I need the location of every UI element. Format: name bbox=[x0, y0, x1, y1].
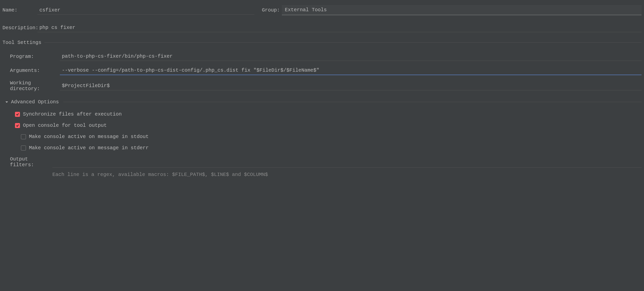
advanced-options-toggle[interactable]: Advanced Options bbox=[2, 99, 642, 105]
name-label: Name: bbox=[2, 7, 38, 13]
advanced-options-title: Advanced Options bbox=[11, 99, 59, 105]
output-filters-label: Output filters: bbox=[10, 156, 52, 168]
section-divider bbox=[63, 102, 642, 102]
open-console-label: Open console for tool output bbox=[23, 123, 107, 128]
name-input[interactable] bbox=[38, 6, 254, 15]
arguments-label: Arguments: bbox=[10, 68, 60, 73]
description-input[interactable] bbox=[38, 23, 642, 32]
program-label: Program: bbox=[10, 54, 60, 59]
tool-settings-section: Tool Settings bbox=[2, 40, 642, 46]
working-directory-label: Working directory: bbox=[10, 80, 60, 92]
description-label: Description: bbox=[2, 25, 38, 31]
stderr-active-checkbox[interactable] bbox=[21, 146, 26, 150]
program-input[interactable] bbox=[60, 52, 642, 61]
tool-settings-title: Tool Settings bbox=[2, 40, 42, 46]
stderr-active-label: Make console active on message in stderr bbox=[29, 145, 149, 151]
section-divider bbox=[44, 43, 642, 43]
chevron-down-icon bbox=[5, 100, 8, 104]
group-input[interactable] bbox=[282, 5, 642, 15]
stdout-active-label: Make console active on message in stdout bbox=[29, 134, 149, 140]
open-console-checkbox[interactable] bbox=[15, 123, 20, 128]
stdout-active-checkbox[interactable] bbox=[21, 134, 26, 139]
group-label: Group: bbox=[262, 7, 282, 13]
sync-files-label: Synchronize files after execution bbox=[23, 111, 122, 117]
arguments-input[interactable] bbox=[60, 66, 642, 75]
check-icon bbox=[16, 113, 19, 116]
sync-files-checkbox[interactable] bbox=[15, 112, 20, 117]
check-icon bbox=[16, 124, 19, 127]
working-directory-input[interactable] bbox=[60, 81, 642, 90]
output-filters-input[interactable] bbox=[52, 160, 642, 168]
output-filters-hint: Each line is a regex, available macros: … bbox=[2, 172, 642, 177]
